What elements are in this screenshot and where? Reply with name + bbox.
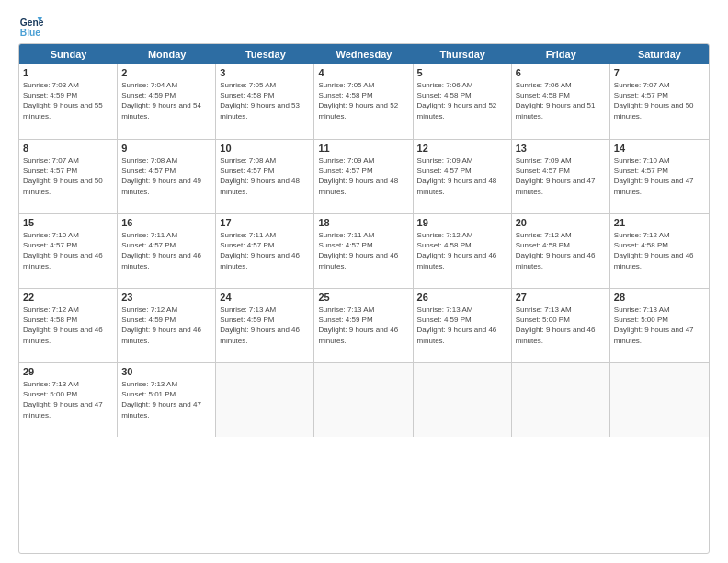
cal-cell-w1-d0: 8Sunrise: 7:07 AMSunset: 4:57 PMDaylight… [19, 140, 118, 213]
day-header-wednesday: Wednesday [314, 44, 413, 64]
calendar-week-4: 29Sunrise: 7:13 AMSunset: 5:00 PMDayligh… [19, 362, 709, 437]
day-info: Sunrise: 7:12 AMSunset: 4:58 PMDaylight:… [614, 230, 705, 271]
day-info: Sunrise: 7:09 AMSunset: 4:57 PMDaylight:… [318, 155, 408, 197]
day-number: 3 [220, 67, 310, 78]
day-header-sunday: Sunday [19, 44, 118, 64]
cal-cell-w3-d6: 28Sunrise: 7:13 AMSunset: 5:00 PMDayligh… [610, 289, 709, 362]
cal-cell-w1-d1: 9Sunrise: 7:08 AMSunset: 4:57 PMDaylight… [118, 140, 216, 213]
day-number: 25 [318, 292, 408, 303]
cal-cell-w0-d0: 1Sunrise: 7:03 AMSunset: 4:59 PMDaylight… [19, 64, 118, 139]
day-number: 13 [516, 143, 606, 154]
day-number: 4 [318, 67, 408, 78]
day-info: Sunrise: 7:12 AMSunset: 4:59 PMDaylight:… [121, 304, 211, 346]
day-info: Sunrise: 7:05 AMSunset: 4:58 PMDaylight:… [318, 80, 408, 121]
day-info: Sunrise: 7:09 AMSunset: 4:57 PMDaylight:… [516, 155, 606, 197]
day-header-thursday: Thursday [414, 44, 512, 64]
day-number: 15 [23, 217, 113, 228]
cal-cell-w0-d2: 3Sunrise: 7:05 AMSunset: 4:58 PMDaylight… [216, 64, 314, 139]
cal-cell-w0-d1: 2Sunrise: 7:04 AMSunset: 4:59 PMDaylight… [118, 64, 216, 139]
svg-text:Blue: Blue [20, 28, 41, 38]
day-number: 30 [121, 366, 211, 377]
day-number: 23 [121, 292, 211, 303]
day-info: Sunrise: 7:10 AMSunset: 4:57 PMDaylight:… [23, 230, 113, 271]
calendar-week-2: 15Sunrise: 7:10 AMSunset: 4:57 PMDayligh… [19, 213, 709, 288]
day-number: 12 [417, 143, 507, 154]
day-header-monday: Monday [118, 44, 216, 64]
calendar-header: SundayMondayTuesdayWednesdayThursdayFrid… [19, 44, 709, 64]
cal-cell-w0-d5: 6Sunrise: 7:06 AMSunset: 4:58 PMDaylight… [512, 64, 610, 139]
calendar-week-3: 22Sunrise: 7:12 AMSunset: 4:58 PMDayligh… [19, 288, 709, 362]
cal-cell-w1-d5: 13Sunrise: 7:09 AMSunset: 4:57 PMDayligh… [512, 140, 610, 213]
cal-cell-w1-d2: 10Sunrise: 7:08 AMSunset: 4:57 PMDayligh… [216, 140, 314, 213]
day-number: 18 [318, 217, 408, 228]
cal-cell-w4-d6 [610, 363, 709, 437]
day-info: Sunrise: 7:11 AMSunset: 4:57 PMDaylight:… [318, 230, 408, 271]
day-number: 28 [614, 292, 705, 303]
cal-cell-w2-d6: 21Sunrise: 7:12 AMSunset: 4:58 PMDayligh… [610, 214, 709, 288]
day-info: Sunrise: 7:12 AMSunset: 4:58 PMDaylight:… [417, 230, 507, 271]
day-info: Sunrise: 7:13 AMSunset: 4:59 PMDaylight:… [318, 304, 408, 346]
cal-cell-w4-d0: 29Sunrise: 7:13 AMSunset: 5:00 PMDayligh… [19, 363, 118, 437]
day-info: Sunrise: 7:12 AMSunset: 4:58 PMDaylight:… [516, 230, 606, 271]
cal-cell-w4-d3 [314, 363, 413, 437]
day-number: 9 [121, 143, 211, 154]
calendar-body: 1Sunrise: 7:03 AMSunset: 4:59 PMDaylight… [19, 64, 709, 437]
day-info: Sunrise: 7:09 AMSunset: 4:57 PMDaylight:… [417, 155, 507, 197]
calendar-week-0: 1Sunrise: 7:03 AMSunset: 4:59 PMDaylight… [19, 64, 709, 139]
day-info: Sunrise: 7:12 AMSunset: 4:58 PMDaylight:… [23, 304, 113, 346]
day-number: 1 [23, 67, 113, 78]
day-info: Sunrise: 7:08 AMSunset: 4:57 PMDaylight:… [121, 155, 211, 197]
logo-icon: General Blue [18, 14, 44, 40]
cal-cell-w0-d3: 4Sunrise: 7:05 AMSunset: 4:58 PMDaylight… [314, 64, 413, 139]
day-number: 29 [23, 366, 113, 377]
day-number: 11 [318, 143, 408, 154]
cal-cell-w1-d3: 11Sunrise: 7:09 AMSunset: 4:57 PMDayligh… [314, 140, 413, 213]
day-info: Sunrise: 7:13 AMSunset: 5:00 PMDaylight:… [516, 304, 606, 346]
day-number: 6 [516, 67, 606, 78]
day-number: 8 [23, 143, 113, 154]
cal-cell-w3-d4: 26Sunrise: 7:13 AMSunset: 4:59 PMDayligh… [414, 289, 512, 362]
cal-cell-w2-d4: 19Sunrise: 7:12 AMSunset: 4:58 PMDayligh… [414, 214, 512, 288]
day-info: Sunrise: 7:06 AMSunset: 4:58 PMDaylight:… [417, 80, 507, 121]
day-header-tuesday: Tuesday [216, 44, 314, 64]
logo: General Blue [18, 14, 48, 40]
cal-cell-w4-d2 [216, 363, 314, 437]
day-number: 7 [614, 67, 705, 78]
cal-cell-w3-d2: 24Sunrise: 7:13 AMSunset: 4:59 PMDayligh… [216, 289, 314, 362]
cal-cell-w0-d6: 7Sunrise: 7:07 AMSunset: 4:57 PMDaylight… [610, 64, 709, 139]
day-info: Sunrise: 7:11 AMSunset: 4:57 PMDaylight:… [121, 230, 211, 271]
day-number: 19 [417, 217, 507, 228]
page: General Blue SundayMondayTuesdayWednesda… [0, 0, 728, 563]
day-number: 20 [516, 217, 606, 228]
day-info: Sunrise: 7:04 AMSunset: 4:59 PMDaylight:… [121, 80, 211, 121]
day-info: Sunrise: 7:13 AMSunset: 4:59 PMDaylight:… [417, 304, 507, 346]
day-number: 14 [614, 143, 705, 154]
cal-cell-w3-d3: 25Sunrise: 7:13 AMSunset: 4:59 PMDayligh… [314, 289, 413, 362]
day-info: Sunrise: 7:07 AMSunset: 4:57 PMDaylight:… [23, 155, 113, 197]
cal-cell-w2-d0: 15Sunrise: 7:10 AMSunset: 4:57 PMDayligh… [19, 214, 118, 288]
cal-cell-w1-d4: 12Sunrise: 7:09 AMSunset: 4:57 PMDayligh… [414, 140, 512, 213]
cal-cell-w2-d5: 20Sunrise: 7:12 AMSunset: 4:58 PMDayligh… [512, 214, 610, 288]
day-number: 17 [220, 217, 310, 228]
day-header-friday: Friday [512, 44, 610, 64]
day-header-saturday: Saturday [610, 44, 709, 64]
day-number: 16 [121, 217, 211, 228]
day-number: 5 [417, 67, 507, 78]
day-info: Sunrise: 7:08 AMSunset: 4:57 PMDaylight:… [220, 155, 310, 197]
calendar: SundayMondayTuesdayWednesdayThursdayFrid… [18, 43, 710, 554]
day-info: Sunrise: 7:13 AMSunset: 5:00 PMDaylight:… [614, 304, 705, 346]
day-number: 22 [23, 292, 113, 303]
cal-cell-w1-d6: 14Sunrise: 7:10 AMSunset: 4:57 PMDayligh… [610, 140, 709, 213]
cal-cell-w2-d2: 17Sunrise: 7:11 AMSunset: 4:57 PMDayligh… [216, 214, 314, 288]
day-info: Sunrise: 7:13 AMSunset: 5:01 PMDaylight:… [121, 379, 211, 420]
day-info: Sunrise: 7:05 AMSunset: 4:58 PMDaylight:… [220, 80, 310, 121]
header: General Blue [18, 14, 710, 40]
cal-cell-w4-d1: 30Sunrise: 7:13 AMSunset: 5:01 PMDayligh… [118, 363, 216, 437]
day-number: 27 [516, 292, 606, 303]
cal-cell-w4-d5 [512, 363, 610, 437]
cal-cell-w2-d3: 18Sunrise: 7:11 AMSunset: 4:57 PMDayligh… [314, 214, 413, 288]
day-number: 21 [614, 217, 705, 228]
day-info: Sunrise: 7:13 AMSunset: 4:59 PMDaylight:… [220, 304, 310, 346]
cal-cell-w4-d4 [414, 363, 512, 437]
day-info: Sunrise: 7:11 AMSunset: 4:57 PMDaylight:… [220, 230, 310, 271]
